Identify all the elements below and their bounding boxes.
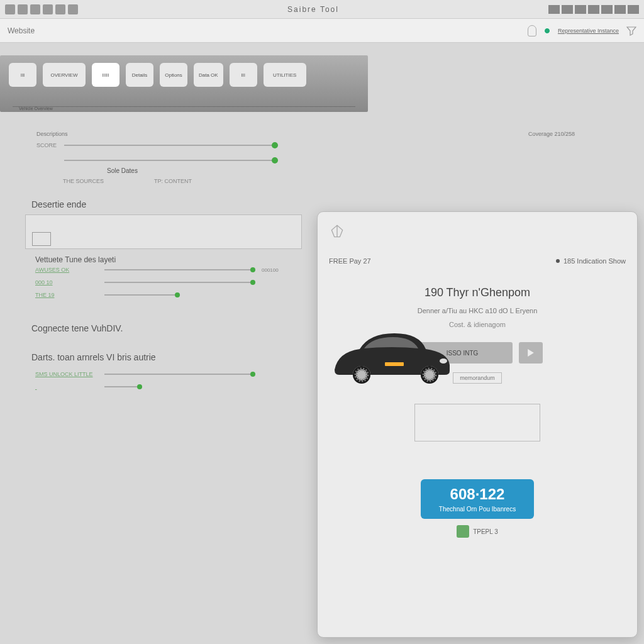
panel-status-text: 185 Indication Show <box>564 257 626 265</box>
main-toolbar: Website Representative Instance <box>0 19 644 43</box>
topbar-right-icons <box>548 5 639 14</box>
tab-2[interactable]: IIIII <box>92 63 119 87</box>
slider-header-left: Descriptions <box>36 131 68 137</box>
tab-4[interactable]: Options <box>160 63 187 87</box>
app-icon-6[interactable] <box>68 4 78 14</box>
panel-title: 190 Thyr n'Ghenpom <box>329 286 626 299</box>
filter-icon[interactable] <box>626 26 636 36</box>
bottom-mini-track-2[interactable] <box>104 386 142 387</box>
slider-0-label: SCORE <box>19 142 57 148</box>
mini-0-track[interactable] <box>104 269 255 270</box>
tab-3[interactable]: Details <box>126 63 153 87</box>
box-inner-swatch <box>32 232 51 246</box>
price-caption: Thechnal Orn Pou Ibanrecs <box>421 506 534 513</box>
tab-1[interactable]: OVERVIEW <box>43 63 86 87</box>
tab-strip: III OVERVIEW IIIII Details Options Data … <box>0 55 368 112</box>
bottom-mini-lbl-2 <box>35 384 98 390</box>
status-dot-icon <box>544 28 550 34</box>
mini-2-track[interactable] <box>104 294 180 296</box>
tab-5[interactable]: Data OK <box>194 63 223 87</box>
price-value: 608·122 <box>421 486 534 503</box>
toolbar-label: Website <box>8 26 35 35</box>
slider-1-track[interactable] <box>64 160 278 161</box>
app-icon-2[interactable] <box>18 4 28 14</box>
mini-0-lbl[interactable]: AWUSES OK <box>35 267 98 273</box>
play-icon <box>527 349 535 357</box>
tray-icon-7[interactable] <box>628 5 639 14</box>
panel-status: 185 Indication Show <box>556 257 626 265</box>
tray-icon-5[interactable] <box>601 5 613 14</box>
panel-logo-icon <box>329 223 345 240</box>
app-icon-1[interactable] <box>5 4 15 14</box>
price-badge[interactable]: 608·122 Thechnal Orn Pou Ibanrecs <box>421 479 534 519</box>
slider-sub-left: THE SOURCES <box>63 178 104 184</box>
tab-6[interactable]: III <box>230 63 257 87</box>
tab-0[interactable]: III <box>9 63 36 87</box>
status-indicator-icon <box>556 259 560 263</box>
tab-7[interactable]: UTILITIES <box>264 63 306 87</box>
detail-panel: FREE Pay 27 185 Indication Show 190 Thyr… <box>317 211 638 638</box>
panel-link[interactable]: memorandum <box>453 372 502 384</box>
mini-0-val: 000100 <box>262 267 279 273</box>
cert-shield-icon <box>457 525 469 538</box>
cert-text: TPEPL 3 <box>473 528 498 535</box>
topbar-left-icons <box>5 4 78 14</box>
slider-0-track[interactable] <box>64 145 278 146</box>
slider-sub-right: TP: CONTENT <box>154 178 192 184</box>
mini-1-track[interactable] <box>104 282 255 283</box>
tab-strip-footer: Vehicle Overview <box>19 106 53 111</box>
panel-play-button[interactable] <box>519 342 543 364</box>
slider-section: Descriptions Coverage 210/258 SCORE Sole… <box>19 131 625 184</box>
tray-icon-2[interactable] <box>562 5 573 14</box>
app-icon-3[interactable] <box>30 4 40 14</box>
panel-free-label: FREE Pay 27 <box>329 257 371 265</box>
tray-icon-4[interactable] <box>588 5 599 14</box>
tray-icon-6[interactable] <box>614 5 626 14</box>
tray-icon-1[interactable] <box>548 5 560 14</box>
section-desertie-title: Desertie ende <box>31 199 644 209</box>
mini-1-lbl[interactable]: 000 10 <box>35 279 98 286</box>
svg-point-6 <box>440 358 447 364</box>
panel-sub1: Denner a/Tiu au HKC a10 dO L Eryenn <box>329 307 626 314</box>
tray-icon-3[interactable] <box>575 5 586 14</box>
cert-row: TPEPL 3 <box>329 525 626 538</box>
status-text[interactable]: Representative Instance <box>558 28 619 34</box>
app-icon-5[interactable] <box>55 4 65 14</box>
panel-outline-box[interactable] <box>414 404 540 441</box>
svg-rect-7 <box>385 362 404 366</box>
profile-icon[interactable] <box>528 25 536 36</box>
slider-under-label: Sole Dates <box>107 167 625 174</box>
bottom-mini-track[interactable] <box>104 374 255 375</box>
slider-header-right: Coverage 210/258 <box>528 131 575 137</box>
mini-2-lbl[interactable]: THE 19 <box>35 292 98 298</box>
window-title: Saibre Tool <box>78 5 548 14</box>
bottom-mini-lbl[interactable]: SMS UNLOCK LITTLE <box>35 371 98 377</box>
system-topbar: Saibre Tool <box>0 0 644 19</box>
app-icon-4[interactable] <box>43 4 53 14</box>
section-desertie-box[interactable] <box>25 214 302 249</box>
